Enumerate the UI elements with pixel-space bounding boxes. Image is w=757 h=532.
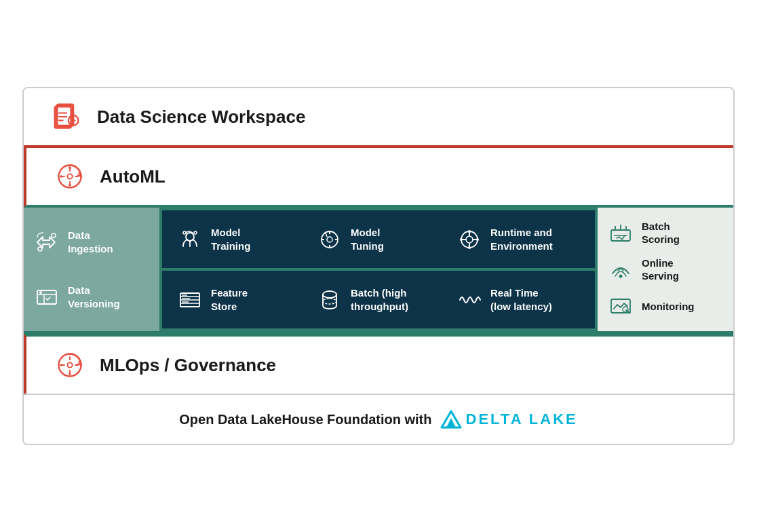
data-ingestion-item: DataIngestion	[34, 229, 149, 255]
online-serving-icon	[608, 256, 634, 282]
automl-section: AutoML	[24, 148, 733, 208]
data-versioning-icon	[34, 284, 60, 310]
svg-point-21	[39, 291, 42, 294]
svg-point-17	[52, 233, 56, 238]
top-section: Data Science Workspace	[24, 88, 733, 148]
delta-lake-text: DELTA LAKE	[466, 411, 578, 428]
feature-store-icon	[177, 287, 203, 313]
feature-store-label: FeatureStore	[211, 286, 248, 313]
automl-title: AutoML	[100, 166, 166, 187]
svg-point-61	[67, 362, 72, 367]
runtime-environment-cell: Runtime andEnvironment	[448, 221, 588, 258]
batch-scoring-label: BatchScoring	[642, 220, 680, 246]
svg-rect-47	[182, 298, 190, 299]
data-ingestion-icon	[34, 229, 60, 255]
online-serving-label: OnlineServing	[642, 256, 679, 283]
svg-point-15	[60, 175, 62, 178]
svg-point-67	[60, 364, 62, 366]
foundation-section: Open Data LakeHouse Foundation with DELT…	[24, 394, 733, 444]
model-tuning-label: ModelTuning	[351, 226, 384, 252]
model-training-label: ModelTraining	[211, 226, 250, 252]
mlops-section: MLOps / Governance	[24, 334, 733, 394]
svg-point-38	[468, 230, 471, 233]
svg-point-33	[466, 236, 473, 243]
data-ingestion-label: DataIngestion	[68, 229, 113, 255]
automl-icon	[54, 160, 86, 193]
middle-row: DataIngestion DataVersioning	[24, 208, 733, 334]
feature-store-cell: FeatureStore	[169, 281, 309, 318]
real-time-low-latency-icon	[457, 287, 482, 313]
mlops-title: MLOps / Governance	[100, 355, 276, 376]
data-versioning-label: DataVersioning	[68, 284, 120, 310]
right-sidebar: BatchScoring OnlineServing	[598, 208, 733, 331]
mlops-icon	[54, 349, 86, 381]
foundation-text: Open Data LakeHouse Foundation with	[179, 412, 431, 428]
diagram-container: Data Science Workspace AutoML	[22, 87, 735, 445]
center-main: ModelTraining Mode	[159, 208, 598, 331]
svg-point-13	[69, 166, 71, 169]
svg-point-40	[460, 238, 463, 241]
bottom-dark-row: FeatureStore Batch (highthroughput)	[162, 271, 595, 328]
svg-point-66	[69, 373, 71, 375]
left-sidebar: DataIngestion DataVersioning	[24, 208, 159, 331]
svg-point-41	[476, 238, 479, 241]
monitoring-item: Monitoring	[608, 293, 723, 319]
batch-high-throughput-icon	[317, 287, 343, 313]
svg-marker-69	[446, 418, 456, 428]
svg-point-49	[323, 291, 336, 298]
svg-point-27	[327, 237, 332, 242]
svg-point-59	[623, 307, 628, 312]
monitoring-label: Monitoring	[642, 300, 694, 314]
svg-point-25	[194, 231, 197, 234]
svg-point-24	[183, 231, 186, 234]
top-dark-row: ModelTraining Mode	[162, 210, 595, 268]
real-time-low-latency-label: Real Time(low latency)	[490, 286, 552, 313]
svg-rect-48	[182, 301, 189, 303]
workspace-title: Data Science Workspace	[97, 107, 305, 128]
svg-point-56	[619, 275, 623, 278]
batch-scoring-item: BatchScoring	[608, 220, 723, 246]
model-tuning-icon	[317, 227, 343, 252]
workspace-icon	[51, 100, 83, 133]
real-time-low-latency-cell: Real Time(low latency)	[448, 281, 588, 318]
delta-triangle-icon	[440, 408, 462, 430]
svg-point-8	[67, 174, 72, 178]
online-serving-item: OnlineServing	[608, 256, 723, 283]
runtime-environment-label: Runtime andEnvironment	[490, 226, 553, 252]
data-versioning-item: DataVersioning	[34, 284, 149, 310]
model-training-cell: ModelTraining	[169, 221, 309, 258]
delta-lake-logo: DELTA LAKE	[440, 408, 578, 430]
monitoring-icon	[608, 293, 634, 319]
svg-point-16	[38, 247, 42, 251]
batch-scoring-icon	[608, 220, 634, 246]
batch-high-throughput-label: Batch (highthroughput)	[351, 286, 408, 313]
runtime-environment-icon	[457, 227, 482, 252]
svg-point-39	[468, 246, 471, 249]
svg-point-50	[323, 299, 336, 304]
svg-point-14	[69, 184, 71, 187]
svg-rect-46	[182, 294, 187, 296]
batch-high-throughput-cell: Batch (highthroughput)	[309, 281, 448, 318]
model-tuning-cell: ModelTuning	[309, 221, 448, 258]
model-training-icon	[177, 227, 203, 252]
